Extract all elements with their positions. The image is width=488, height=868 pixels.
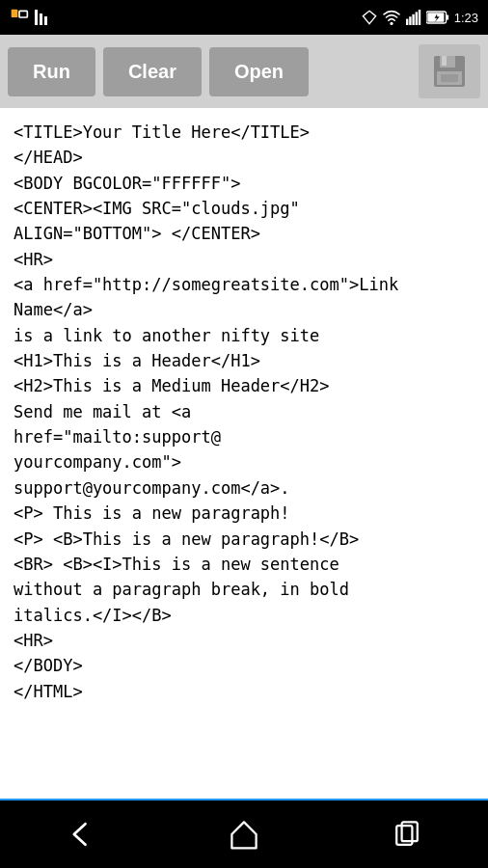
status-bar: 1:23 [0, 0, 488, 35]
save-icon [432, 54, 467, 89]
svg-rect-11 [418, 10, 420, 25]
diamond-icon [362, 10, 377, 25]
svg-rect-8 [409, 16, 411, 25]
wifi-icon [382, 10, 401, 25]
svg-rect-2 [35, 10, 38, 25]
back-button[interactable] [64, 817, 98, 852]
status-left [10, 8, 50, 27]
bars-icon [35, 8, 50, 27]
svg-marker-5 [363, 11, 375, 23]
battery-icon [426, 11, 449, 24]
app-icon [10, 8, 29, 27]
svg-point-6 [390, 22, 393, 25]
svg-rect-3 [40, 14, 42, 25]
run-button[interactable]: Run [8, 47, 95, 96]
svg-rect-0 [12, 10, 18, 17]
status-right: 1:23 [362, 10, 478, 25]
svg-rect-4 [44, 16, 47, 25]
svg-rect-9 [412, 14, 414, 25]
svg-rect-19 [441, 74, 458, 82]
recent-icon [390, 817, 424, 852]
code-editor[interactable]: <TITLE>Your Title Here</TITLE> </HEAD> <… [0, 108, 488, 800]
back-icon [64, 817, 98, 852]
time-display: 1:23 [454, 11, 478, 25]
signal-icon [406, 10, 421, 25]
clear-button[interactable]: Clear [103, 47, 202, 96]
save-button[interactable] [419, 44, 480, 98]
svg-rect-17 [442, 56, 447, 66]
svg-rect-10 [415, 12, 417, 25]
svg-rect-1 [19, 11, 27, 17]
open-button[interactable]: Open [209, 47, 309, 96]
home-icon [227, 817, 261, 852]
recent-button[interactable] [390, 817, 424, 852]
svg-rect-14 [446, 14, 448, 19]
nav-bar [0, 800, 488, 868]
home-button[interactable] [227, 817, 261, 852]
svg-marker-20 [231, 822, 256, 848]
toolbar: Run Clear Open [0, 35, 488, 108]
svg-rect-7 [406, 19, 408, 25]
